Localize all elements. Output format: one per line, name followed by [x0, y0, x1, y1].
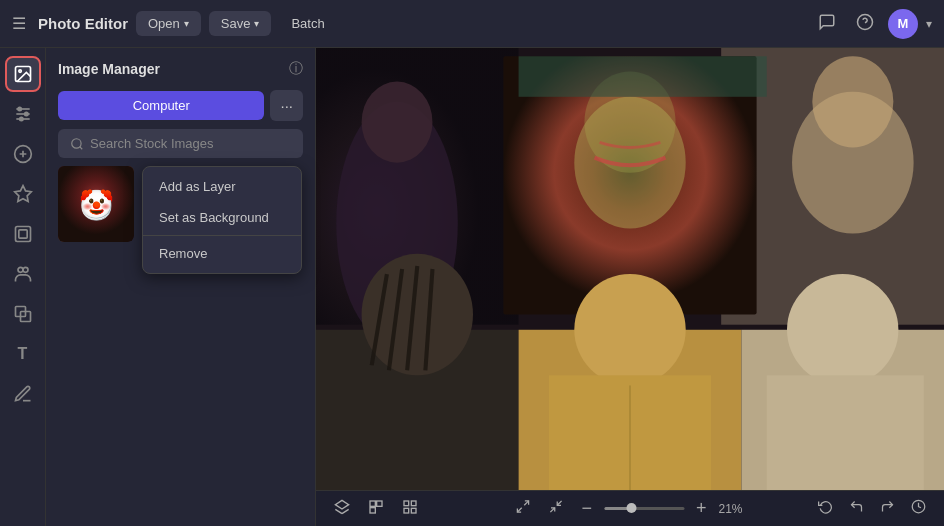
set-as-background-item[interactable]: Set as Background	[143, 202, 301, 233]
canvas-right-tools	[812, 495, 932, 522]
svg-point-7	[18, 107, 21, 110]
svg-marker-46	[335, 500, 348, 509]
app-header: ☰ Photo Editor Open ▾ Save ▾ Batch M ▾	[0, 0, 944, 48]
more-button[interactable]: ···	[270, 90, 303, 121]
svg-line-48	[342, 509, 349, 513]
canvas-background	[316, 48, 944, 490]
avatar[interactable]: M	[888, 9, 918, 39]
svg-point-28	[812, 56, 893, 147]
canvas-area: − + 21%	[316, 48, 944, 526]
zoom-slider[interactable]	[604, 502, 684, 516]
svg-rect-32	[519, 56, 767, 97]
sidebar-item-adjustments[interactable]	[5, 96, 41, 132]
image-manager-panel: Image Manager ⓘ Computer ··· Search Stoc…	[46, 48, 316, 526]
svg-point-18	[72, 138, 81, 147]
shrink-button[interactable]	[542, 495, 569, 522]
svg-rect-12	[15, 227, 30, 242]
sidebar-item-frames[interactable]	[5, 216, 41, 252]
undo-button[interactable]	[843, 495, 870, 522]
layers-tool-button[interactable]	[328, 495, 356, 523]
chat-button[interactable]	[812, 7, 842, 41]
sidebar-item-overlays[interactable]	[5, 296, 41, 332]
svg-point-9	[19, 117, 22, 120]
add-as-layer-item[interactable]: Add as Layer	[143, 171, 301, 202]
thumbnail-svg: 🤡	[58, 166, 134, 242]
computer-button[interactable]: Computer	[58, 91, 264, 120]
sidebar-item-text[interactable]: T	[5, 336, 41, 372]
reset-button[interactable]	[812, 495, 839, 522]
svg-rect-51	[370, 507, 375, 512]
sidebar-item-image-manager[interactable]	[5, 56, 41, 92]
transform-tool-button[interactable]	[362, 495, 390, 523]
svg-point-40	[574, 274, 685, 385]
thumbnail-area: 🤡 Add as Layer Set as Background Remove	[58, 166, 303, 242]
svg-point-8	[24, 112, 27, 115]
svg-point-25	[362, 82, 433, 163]
svg-line-57	[517, 508, 521, 512]
svg-rect-49	[370, 501, 375, 506]
avatar-dropdown[interactable]: ▾	[926, 17, 932, 31]
panel-computer-row: Computer ···	[58, 90, 303, 121]
save-button[interactable]: Save ▾	[209, 11, 272, 36]
grid-tool-button[interactable]	[396, 495, 424, 523]
icon-bar: T	[0, 48, 46, 526]
canvas-content[interactable]	[316, 48, 944, 490]
svg-rect-52	[404, 501, 409, 506]
image-thumbnail[interactable]: 🤡	[58, 166, 134, 242]
help-button[interactable]	[850, 7, 880, 41]
thumbnail-preview: 🤡	[58, 166, 134, 242]
panel-header: Image Manager ⓘ	[58, 60, 303, 78]
canvas-toolbar: − + 21%	[316, 490, 944, 526]
history-button[interactable]	[905, 495, 932, 522]
svg-line-56	[524, 501, 528, 505]
svg-line-47	[335, 509, 342, 513]
sidebar-item-filters[interactable]	[5, 136, 41, 172]
body: T Image Manager ⓘ Computer ··· Search St…	[0, 48, 944, 526]
svg-point-44	[787, 274, 898, 385]
svg-point-3	[18, 70, 20, 73]
menu-icon[interactable]: ☰	[12, 14, 26, 33]
sidebar-item-effects[interactable]	[5, 176, 41, 212]
svg-line-58	[550, 508, 554, 512]
svg-rect-13	[18, 230, 26, 238]
svg-rect-20	[58, 166, 134, 242]
zoom-out-button[interactable]: −	[575, 494, 598, 523]
search-icon	[70, 137, 84, 151]
svg-point-15	[23, 267, 28, 272]
svg-rect-53	[411, 501, 416, 506]
sidebar-item-draw[interactable]	[5, 376, 41, 412]
svg-line-59	[557, 501, 561, 505]
svg-marker-11	[14, 186, 31, 202]
open-button[interactable]: Open ▾	[136, 11, 201, 36]
app-title: Photo Editor	[38, 15, 128, 32]
context-menu: Add as Layer Set as Background Remove	[142, 166, 302, 274]
redo-button[interactable]	[874, 495, 901, 522]
expand-button[interactable]	[509, 495, 536, 522]
svg-rect-45	[767, 375, 924, 490]
sidebar-item-stickers[interactable]	[5, 256, 41, 292]
zoom-level: 21%	[719, 502, 751, 516]
remove-item[interactable]: Remove	[143, 238, 301, 269]
panel-title: Image Manager	[58, 61, 160, 77]
search-stock-button[interactable]: Search Stock Images	[58, 129, 303, 158]
batch-button[interactable]: Batch	[279, 11, 336, 36]
svg-line-19	[80, 146, 83, 149]
context-menu-divider	[143, 235, 301, 236]
svg-rect-55	[404, 508, 409, 513]
panel-info-icon[interactable]: ⓘ	[289, 60, 303, 78]
zoom-in-button[interactable]: +	[690, 494, 713, 523]
canvas-svg	[316, 48, 944, 490]
svg-rect-50	[377, 501, 382, 506]
svg-rect-54	[411, 508, 416, 513]
svg-text:🤡: 🤡	[79, 190, 114, 223]
